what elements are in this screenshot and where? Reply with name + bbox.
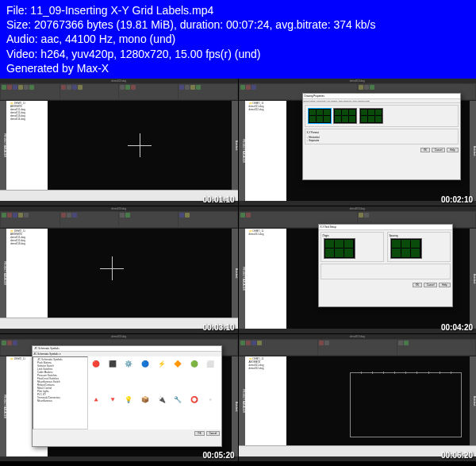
timestamp: 00:01:10 [202,195,234,204]
filename: 11_09-Inserting X-Y Grid Labels.mp4 [30,4,213,17]
options-section [321,264,451,279]
timestamp: 00:05:20 [202,451,234,460]
bitrate-value: 374 kb/s [334,18,376,31]
drawing-canvas[interactable] [48,101,232,190]
project-manager-panel[interactable]: PROJECT MANAGER DEMO_11 AEDEMO0 demo011.… [0,101,48,190]
video-value: h264, yuv420p, 1280x720, 15.00 fps(r) (u… [40,48,260,60]
ok-button[interactable]: OK [420,148,430,152]
symbol-icon[interactable]: 🔴 [90,359,102,370]
audio-value: aac, 44100 Hz, mono (und) [41,33,176,45]
ribbon[interactable] [0,83,238,101]
duration-label: duration: [180,18,223,31]
timestamp: 00:03:10 [202,323,234,332]
symbol-icon[interactable]: 📦 [140,394,151,405]
xy-format-label: X-Y Format [307,131,456,134]
symbol-icon[interactable]: ⬜ [205,359,216,370]
project-manager-panel[interactable]: PROJECT MANAGER DEMO_11 demo011.dwg demo… [239,101,286,201]
symbol-icon[interactable]: ⭕ [189,394,200,405]
right-panel[interactable]: Autodesk [232,101,238,190]
symbol-icon[interactable]: 🔶 [172,359,183,370]
thumbnail-2: demo013.dwg PROJECT MANAGER DEMO_11 demo… [239,79,477,206]
thumbnail-6: demo013.dwg PROJECT MANAGER DEMO_11 AEDE… [239,334,477,461]
dialog-title: X-Y Grid Setup [319,225,452,230]
pm-tab[interactable]: PROJECT MANAGER [239,101,245,201]
symbol-icon[interactable]: 🔺 [90,394,102,405]
tree-item[interactable]: demo014.dwg [7,117,47,121]
pm-tab[interactable]: PROJECT MANAGER [0,101,6,190]
symbol-icon[interactable]: ⚙️ [123,359,134,370]
project-tree[interactable]: DEMO_11 demo011.dwg demo012.dwg [245,101,286,201]
xy-grid-setup-dialog[interactable]: X-Y Grid Setup Origin Spacing OK Cancel [318,224,453,307]
project-manager-panel[interactable]: PROJECT MANAGER DEMO_11 AEDEMO0 demo011.… [0,229,48,318]
symbol-icon[interactable]: ▫️ [205,394,216,405]
timestamp: 00:06:20 [441,451,473,460]
media-info-header: File: 11_09-Inserting X-Y Grid Labels.mp… [0,0,476,79]
symbol-icon[interactable]: 💡 [123,394,134,405]
format-preview[interactable] [359,108,383,124]
video-label: Video: [6,48,37,60]
dialog-title: JIC Schematic Symbols [33,346,221,352]
symbol-icon-grid[interactable]: 🔴 ⬛ ⚙️ 🔵 ⚡ 🔶 🟢 ⬜ 🔺 🔻 💡 📦 🔌 🔧 ⭕ ▫️ [88,356,221,429]
file-label: File: [6,4,27,17]
menu-dropdown[interactable]: JIC Schematic Symbols [33,352,59,356]
symbol-icon[interactable]: 🔻 [107,394,118,405]
thumbnail-5: demo013.dwg PROJECT MANAGER DEMO_11 Auto… [0,334,238,461]
symbol-icon[interactable]: ⚡ [156,359,167,370]
thumbnail-grid: demo013.dwg PROJECT MANAGER DEMO_11 AEDE… [0,79,476,461]
bitrate-label: avg.bitrate: [275,18,330,31]
schematic-symbols-dialog[interactable]: JIC Schematic Symbols JIC Schematic Symb… [32,345,222,447]
ribbon[interactable] [0,211,238,229]
drawing-properties-dialog[interactable]: Drawing Properties Drawing Settings | Co… [302,93,461,180]
ok-button[interactable]: OK [194,431,204,436]
drawing-canvas[interactable] [286,356,470,445]
cancel-button[interactable]: Cancel [424,283,437,287]
symbols-tree[interactable]: JIC Schematic Symbols Push Buttons Selec… [33,356,88,429]
size-value: 20767366 bytes (19.81 MiB), [34,18,177,31]
preview-section [307,107,456,125]
ok-button[interactable]: OK [413,283,422,287]
thumbnail-4: demo013.dwg PROJECT MANAGER DEMO_11 demo… [239,206,477,333]
help-button[interactable]: Help [439,283,450,287]
format-preview[interactable] [333,108,357,124]
help-button[interactable]: Help [447,148,458,152]
drawing-canvas[interactable] [48,229,232,318]
duration-value: 00:07:24, [226,18,272,31]
generated-by: Generated by Max-X [6,61,470,75]
cancel-button[interactable]: Cancel [206,431,220,436]
dialog-title: Drawing Properties [303,94,460,99]
project-tree[interactable]: DEMO_11 AEDEMO0 demo011.dwg demo012.dwg … [6,101,48,190]
format-preview[interactable] [308,108,332,124]
symbol-icon[interactable]: 🟢 [189,359,200,370]
right-panel[interactable]: Autodesk [470,101,476,201]
symbol-icon[interactable]: 🔌 [156,394,167,405]
symbol-icon[interactable]: 🔧 [172,394,183,405]
symbol-icon[interactable]: ⬛ [107,359,118,370]
cancel-button[interactable]: Cancel [432,148,445,152]
symbol-icon[interactable]: 🔵 [140,359,151,370]
audio-label: Audio: [6,33,38,45]
size-label: Size: [6,18,31,31]
origin-preview[interactable] [324,238,355,259]
xy-grid-frame [350,372,463,437]
timestamp: 00:02:10 [441,195,473,204]
spacing-preview[interactable] [390,238,422,259]
timestamp: 00:04:20 [441,323,473,332]
thumbnail-3: demo013.dwg PROJECT MANAGER DEMO_11 AEDE… [0,206,238,333]
thumbnail-1: demo013.dwg PROJECT MANAGER DEMO_11 AEDE… [0,79,238,206]
